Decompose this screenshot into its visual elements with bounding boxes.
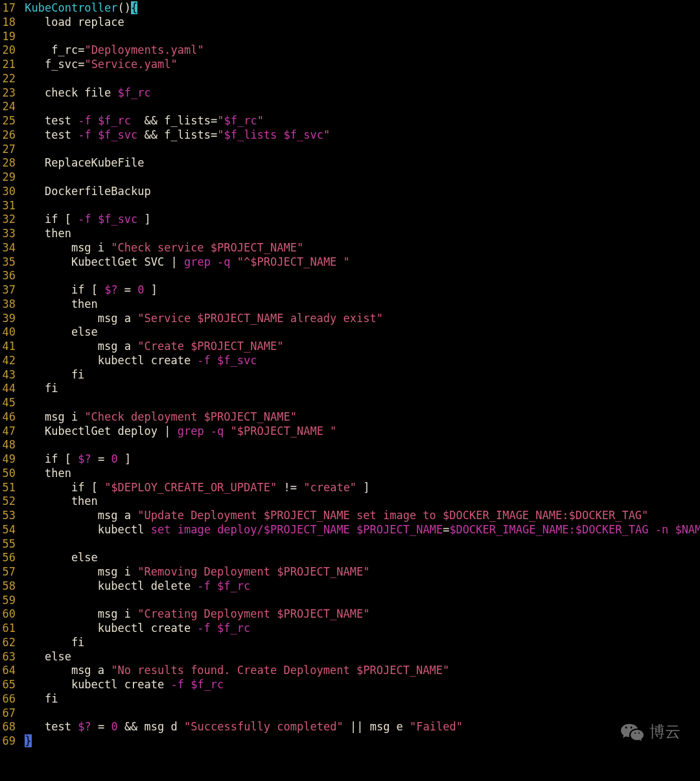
line-number: 50 <box>0 467 18 481</box>
line-number: 69 <box>0 734 18 749</box>
code-line: kubectl set image deploy/$PROJECT_NAME $… <box>18 523 700 537</box>
code-line: test -f $f_rc && f_lists="$f_rc" <box>18 114 700 128</box>
code-line <box>18 438 700 452</box>
code-line: KubectlGet deploy | grep -q "$PROJECT_NA… <box>18 425 700 439</box>
line-number: 18 <box>0 16 18 30</box>
code-area[interactable]: KubeController(){ load replace f_rc="Dep… <box>18 1 700 749</box>
line-number: 54 <box>0 523 18 537</box>
line-number: 31 <box>0 199 18 213</box>
line-number: 60 <box>0 607 18 622</box>
code-line: msg a "Create $PROJECT_NAME" <box>18 340 700 354</box>
code-line <box>18 199 700 213</box>
code-line <box>18 100 700 114</box>
code-line <box>18 537 700 552</box>
line-number: 56 <box>0 551 18 565</box>
code-line <box>18 706 700 721</box>
code-line: then <box>18 297 700 312</box>
line-number: 61 <box>0 622 18 636</box>
code-line: kubectl create -f $f_rc <box>18 678 700 692</box>
code-line: } <box>18 734 700 749</box>
code-line <box>18 170 700 185</box>
code-line: kubectl create -f $f_svc <box>18 354 700 368</box>
code-line: else <box>18 650 700 664</box>
watermark-text: 博云 <box>649 722 681 742</box>
code-line: msg i "Check deployment $PROJECT_NAME" <box>18 410 700 425</box>
line-number: 27 <box>0 143 18 157</box>
line-number: 51 <box>0 481 18 495</box>
code-line: if [ $? = 0 ] <box>18 452 700 467</box>
code-line: msg i "Check service $PROJECT_NAME" <box>18 241 700 255</box>
line-number: 19 <box>0 30 18 44</box>
line-number: 58 <box>0 579 18 594</box>
code-line <box>18 30 700 44</box>
code-line: msg i "Creating Deployment $PROJECT_NAME… <box>18 607 700 622</box>
code-line: else <box>18 325 700 340</box>
line-number: 67 <box>0 706 18 721</box>
line-number: 49 <box>0 452 18 467</box>
line-number: 44 <box>0 382 18 396</box>
code-line: kubectl delete -f $f_rc <box>18 579 700 594</box>
code-line: msg a "Service $PROJECT_NAME already exi… <box>18 312 700 326</box>
line-number: 17 <box>0 1 18 16</box>
code-line: f_svc="Service.yaml" <box>18 58 700 72</box>
code-line <box>18 396 700 410</box>
code-line: msg i "Removing Deployment $PROJECT_NAME… <box>18 565 700 579</box>
code-line: test $? = 0 && msg d "Successfully compl… <box>18 720 700 734</box>
line-number: 47 <box>0 425 18 439</box>
line-number: 68 <box>0 720 18 734</box>
line-number: 39 <box>0 312 18 326</box>
line-number: 38 <box>0 297 18 312</box>
line-number: 28 <box>0 156 18 170</box>
code-line: fi <box>18 692 700 706</box>
line-number: 59 <box>0 594 18 608</box>
code-line: KubeController(){ <box>18 1 700 16</box>
code-line: if [ $? = 0 ] <box>18 283 700 297</box>
code-line: test -f $f_svc && f_lists="$f_lists $f_s… <box>18 128 700 143</box>
line-number: 36 <box>0 269 18 283</box>
code-editor[interactable]: 1718192021222324252627282930313233343536… <box>0 0 700 749</box>
line-number-gutter: 1718192021222324252627282930313233343536… <box>0 1 18 749</box>
code-line: KubectlGet SVC | grep -q "^$PROJECT_NAME… <box>18 255 700 270</box>
line-number: 43 <box>0 368 18 382</box>
code-line <box>18 594 700 608</box>
line-number: 40 <box>0 325 18 340</box>
code-line: then <box>18 467 700 481</box>
line-number: 57 <box>0 565 18 579</box>
line-number: 53 <box>0 509 18 523</box>
code-line: if [ "$DEPLOY_CREATE_OR_UPDATE" != "crea… <box>18 481 700 495</box>
line-number: 48 <box>0 438 18 452</box>
code-line: msg a "Update Deployment $PROJECT_NAME s… <box>18 509 700 523</box>
line-number: 55 <box>0 537 18 552</box>
line-number: 35 <box>0 255 18 270</box>
line-number: 63 <box>0 650 18 664</box>
code-line <box>18 72 700 86</box>
line-number: 52 <box>0 495 18 509</box>
wechat-icon <box>621 723 644 742</box>
code-line <box>18 269 700 283</box>
code-line: then <box>18 227 700 241</box>
line-number: 26 <box>0 128 18 143</box>
line-number: 29 <box>0 170 18 185</box>
code-line: else <box>18 551 700 565</box>
line-number: 41 <box>0 340 18 354</box>
code-line: DockerfileBackup <box>18 185 700 199</box>
code-line: fi <box>18 636 700 650</box>
line-number: 34 <box>0 241 18 255</box>
line-number: 23 <box>0 86 18 100</box>
line-number: 62 <box>0 636 18 650</box>
line-number: 24 <box>0 100 18 114</box>
line-number: 33 <box>0 227 18 241</box>
code-line: f_rc="Deployments.yaml" <box>18 43 700 58</box>
line-number: 42 <box>0 354 18 368</box>
line-number: 46 <box>0 410 18 425</box>
code-line: load replace <box>18 16 700 30</box>
line-number: 22 <box>0 72 18 86</box>
code-line: check file $f_rc <box>18 86 700 100</box>
code-line: if [ -f $f_svc ] <box>18 213 700 227</box>
code-line: kubectl create -f $f_rc <box>18 622 700 636</box>
code-line: ReplaceKubeFile <box>18 156 700 170</box>
code-line: fi <box>18 382 700 396</box>
code-line: then <box>18 495 700 509</box>
code-line <box>18 143 700 157</box>
line-number: 65 <box>0 678 18 692</box>
